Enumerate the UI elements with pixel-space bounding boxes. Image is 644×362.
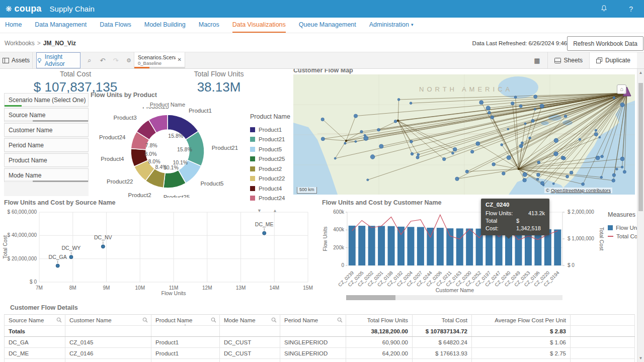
tab-progress-accent [134,67,149,68]
legend-item-Product2[interactable]: Product2 [250,164,293,174]
search-icon[interactable] [211,317,216,323]
breadcrumb-root[interactable]: Workbooks [5,40,35,47]
bar-chart-scrollbar-thumb[interactable] [346,295,395,300]
active-sheet-tab[interactable]: Scenarios.Scenario... 0_Baseline ✕ [134,52,185,68]
scroll-up-icon[interactable]: ▲ [637,70,644,75]
nav-item-label: Home [5,21,22,28]
assets-button[interactable]: Assets [0,52,33,68]
search-icon[interactable] [56,317,62,323]
column-header-product-name[interactable]: Product Name▲ [151,315,220,326]
search-icon[interactable] [337,317,343,323]
scatter-chart[interactable]: 7M8M9M10M11M12M13M14M15M$ 0$ 20,000,000$… [0,206,320,297]
nav-item-data-visualizations[interactable]: Data Visualizations [232,18,286,33]
coupa-logo[interactable]: ❋ coupa [6,4,42,14]
nav-item-queue-management[interactable]: Queue Management [299,18,356,33]
bar-CZ_0211[interactable] [446,228,453,265]
column-header-period-name[interactable]: Period Name [280,315,346,326]
scatter-point-DC_WY[interactable] [69,255,73,259]
chevron-down-icon: ▾ [411,22,414,27]
filter-period-name[interactable]: Period Name [4,138,89,152]
scatter-point-DC_NV[interactable] [101,245,105,248]
osm-link[interactable]: OpenStreetMap contributors [551,188,611,193]
legend-item-Product22[interactable]: Product22 [250,174,293,184]
filter-scenario-name-select-one-[interactable]: Scenario Name (Select One) [4,93,89,107]
refresh-workbook-button[interactable]: Refresh Workbook Data [567,36,643,51]
bar-line-chart[interactable]: 0200k400k600k$ 0$ 1,000,000$ 2,000,000Fl… [322,206,605,295]
column-header-total-flow-units[interactable]: Total Flow Units [346,315,413,326]
column-header-mode-name[interactable]: Mode Name [220,315,280,326]
table-row[interactable]: DC_WYCZ_0147Product1DC_CUSTSINGLEPERIOD5… [5,359,635,362]
legend-flow-units[interactable]: Flow Units [608,223,637,232]
table-cell: DC_CUST [220,348,280,359]
bar-CZ_0202[interactable] [368,226,375,265]
bar-CZ_0204[interactable] [407,227,414,265]
filter-customer-name[interactable]: Customer Name [4,123,89,137]
bar-CZ_0207[interactable] [417,227,424,265]
page-scrollbar[interactable]: ▲ ▼ [637,69,644,362]
duplicate-button[interactable]: Duplicate [589,52,637,68]
svg-text:200k: 200k [333,245,345,250]
nav-item-home[interactable]: Home [5,18,22,33]
bar-CZ_0200[interactable] [466,229,473,265]
help-icon[interactable]: ? [629,5,633,13]
scroll-down-icon[interactable]: ▼ [637,356,644,360]
legend-item-Product21[interactable]: Product21 [250,135,293,145]
search-icon[interactable] [271,317,277,323]
totals-row: Totals38,128,200.00$ 107837134.72$ 2.83 [5,326,635,337]
column-header-total-cost[interactable]: Total Cost [413,315,472,326]
nav-item-label: Macros [199,21,219,28]
filter-product-name[interactable]: Product Name [4,153,89,167]
measures-legend-title: Measures [608,211,637,218]
bar-CZ_0198[interactable] [388,226,395,265]
nav-item-administration[interactable]: Administration▾ [369,18,414,33]
nav-item-model-building[interactable]: Model Building [144,18,186,33]
table-cell: DC_WY [5,359,65,362]
table-cell: DC_CUST [220,337,280,348]
table-row[interactable]: DC_GACZ_0145Product1DC_CUSTSINGLEPERIOD6… [5,337,635,348]
bar-CZ_0205[interactable] [358,226,365,265]
bar-CZ_0201[interactable] [378,226,385,265]
column-header-customer-name[interactable]: Customer Name [65,315,151,326]
legend-total-cost[interactable]: Total Cost [608,232,637,240]
map-home-icon[interactable]: ⌂ [617,84,626,94]
legend-item-Product25[interactable]: Product25 [250,154,293,164]
column-header-source-name[interactable]: Source Name [5,315,65,326]
settings-gear-icon[interactable]: ⚙ [123,52,135,68]
legend-item-Product24[interactable]: Product24 [250,194,293,204]
legend-item-Product5[interactable]: Product5 [250,144,293,154]
filter-label: Period Name [9,142,44,149]
sheets-button[interactable]: Sheets [548,52,589,68]
insight-advisor-button[interactable]: Insight Advisor [36,52,80,68]
bar-CZ_0206[interactable] [437,228,444,265]
table-row[interactable]: DC_MECZ_0146Product1DC_CUSTSINGLEPERIOD6… [5,348,635,359]
legend-item-Product4[interactable]: Product4 [250,184,293,194]
bar-CZ_0163[interactable] [456,228,463,265]
bar-chart-scrollbar[interactable] [346,295,562,300]
view-grid-icon[interactable]: ▦ [527,52,547,68]
bar-CZ_0194[interactable] [554,229,561,265]
filter-source-name[interactable]: Source Name [4,108,89,122]
column-header-average-flow-cost-per-unit[interactable]: Average Flow Cost Per Unit [472,315,571,326]
search-icon[interactable] [142,317,148,323]
notifications-bell-icon[interactable] [600,5,608,14]
nav-item-macros[interactable]: Macros [199,18,219,33]
donut-chart[interactable]: Product115.8%Product2115.8%Product510.1%… [90,107,251,198]
bar-CZ_0192[interactable] [397,227,405,265]
nav-item-data-flows[interactable]: Data Flows [100,18,131,33]
svg-text:$ 0: $ 0 [568,262,575,268]
nav-item-label: Data Visualizations [232,21,286,28]
filter-mode-name[interactable]: Mode Name [4,168,89,182]
svg-text:Product22: Product22 [107,178,133,185]
scatter-point-DC_ME[interactable] [263,231,266,235]
close-tab-icon[interactable]: ✕ [178,57,182,62]
customer-flow-map[interactable]: NORTH AMERICA [293,74,635,195]
undo-icon[interactable]: ↶ [97,52,109,68]
nav-item-data-management[interactable]: Data Management [35,18,87,33]
bar-CZ_0239[interactable] [349,226,356,265]
legend-item-Product1[interactable]: Product1 [250,125,293,135]
redo-icon[interactable]: ↷ [110,52,122,68]
page-scrollbar-thumb[interactable] [638,83,643,211]
scatter-point-DC_GA[interactable] [56,264,59,267]
zoom-selection-icon[interactable]: ⌕ [84,52,96,68]
scatter-chart-title: Flow Units and Cost by Source Name [4,199,116,206]
